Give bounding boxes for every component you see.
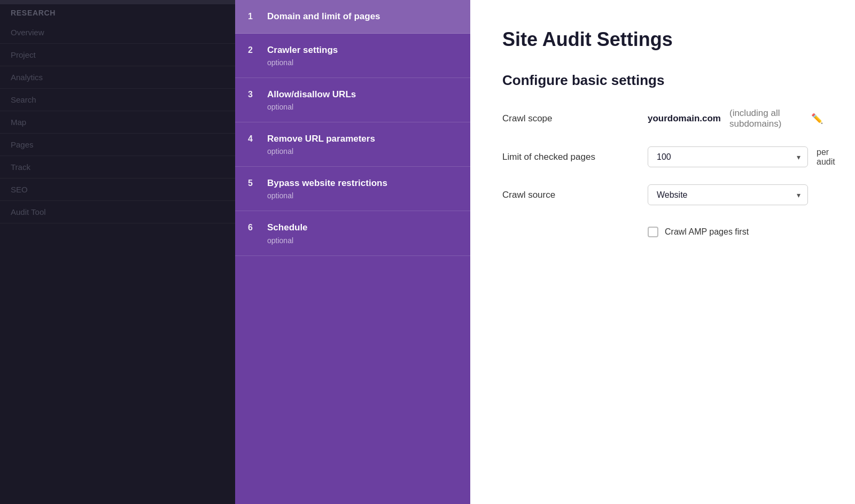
edit-domain-icon[interactable]: ✏️: [811, 113, 823, 125]
bg-track: Track: [0, 156, 235, 179]
bg-project: Project: [0, 44, 235, 66]
crawl-source-row: Crawl source Website Sitemap Website and…: [502, 184, 823, 205]
sidebar-item-3[interactable]: 3 Allow/disallow URLs optional: [235, 78, 470, 122]
sidebar-item-1-number: 1: [248, 12, 259, 21]
sidebar-item-6[interactable]: 6 Schedule optional: [235, 211, 470, 255]
bg-search: Search: [0, 89, 235, 111]
limit-pages-label: Limit of checked pages: [502, 152, 631, 162]
sidebar-item-2-title: Crawler settings: [267, 44, 338, 56]
crawl-amp-row: Crawl AMP pages first: [502, 222, 823, 237]
sidebar: 1 Domain and limit of pages 2 Crawler se…: [235, 0, 470, 504]
bg-map: Map: [0, 111, 235, 134]
sidebar-item-4-number: 4: [248, 134, 259, 144]
sidebar-item-3-subtitle: optional: [267, 103, 356, 111]
bg-research-label: RESEARCH: [0, 4, 235, 21]
bg-overview: Overview: [0, 21, 235, 44]
sidebar-item-6-subtitle: optional: [267, 236, 308, 245]
sidebar-item-2-subtitle: optional: [267, 58, 338, 67]
sidebar-item-4-content: Remove URL parameters optional: [267, 133, 375, 156]
limit-pages-select-wrapper: 100 200 500 1000 5000 10000 20000 50000 …: [648, 146, 808, 167]
sidebar-item-2[interactable]: 2 Crawler settings optional: [235, 34, 470, 78]
sidebar-item-2-number: 2: [248, 45, 259, 55]
crawl-scope-label: Crawl scope: [502, 113, 631, 124]
sidebar-item-5-title: Bypass website restrictions: [267, 177, 387, 189]
domain-value: yourdomain.com: [648, 113, 721, 124]
limit-pages-value: 100 200 500 1000 5000 10000 20000 50000 …: [648, 146, 835, 167]
background-panel: RESEARCH Overview Project Analytics Sear…: [0, 0, 235, 504]
section-title: Configure basic settings: [502, 72, 823, 89]
main-content: Site Audit Settings Configure basic sett…: [470, 0, 855, 504]
crawl-scope-value: yourdomain.com (including all subdomains…: [648, 108, 823, 129]
sidebar-item-3-number: 3: [248, 90, 259, 99]
sidebar-item-4-subtitle: optional: [267, 147, 375, 156]
page-title: Site Audit Settings: [502, 28, 823, 51]
sidebar-item-3-title: Allow/disallow URLs: [267, 89, 356, 100]
sidebar-item-5-number: 5: [248, 179, 259, 188]
crawl-source-select[interactable]: Website Sitemap Website and Sitemap: [648, 184, 808, 205]
bg-audit: Audit Tool: [0, 201, 235, 223]
sidebar-item-5-subtitle: optional: [267, 191, 387, 200]
bg-pages: Pages: [0, 134, 235, 156]
sidebar-item-4-title: Remove URL parameters: [267, 133, 375, 145]
sidebar-item-1-title: Domain and limit of pages: [267, 11, 380, 22]
crawl-amp-checkbox-row: Crawl AMP pages first: [648, 227, 749, 237]
crawl-scope-row: Crawl scope yourdomain.com (including al…: [502, 108, 823, 129]
sidebar-item-4[interactable]: 4 Remove URL parameters optional: [235, 122, 470, 167]
modal-panel: 1 Domain and limit of pages 2 Crawler se…: [235, 0, 855, 504]
crawl-amp-checkbox[interactable]: [648, 227, 658, 237]
sidebar-item-3-content: Allow/disallow URLs optional: [267, 89, 356, 111]
limit-pages-row: Limit of checked pages 100 200 500 1000 …: [502, 146, 823, 167]
domain-subdomain-note: (including all subdomains): [729, 108, 803, 129]
limit-pages-select[interactable]: 100 200 500 1000 5000 10000 20000 50000 …: [648, 146, 808, 167]
crawl-source-value: Website Sitemap Website and Sitemap ▾: [648, 184, 808, 205]
sidebar-item-5[interactable]: 5 Bypass website restrictions optional: [235, 167, 470, 211]
sidebar-item-6-content: Schedule optional: [267, 222, 308, 244]
crawl-source-select-wrapper: Website Sitemap Website and Sitemap ▾: [648, 184, 808, 205]
bg-analytics: Analytics: [0, 66, 235, 89]
sidebar-item-1[interactable]: 1 Domain and limit of pages: [235, 0, 470, 34]
per-audit-label: per audit: [817, 148, 835, 167]
sidebar-item-2-content: Crawler settings optional: [267, 44, 338, 67]
sidebar-item-6-title: Schedule: [267, 222, 308, 234]
sidebar-item-6-number: 6: [248, 223, 259, 232]
bg-seo: SEO: [0, 179, 235, 201]
crawl-amp-label[interactable]: Crawl AMP pages first: [665, 227, 749, 237]
sidebar-item-1-content: Domain and limit of pages: [267, 11, 380, 22]
crawl-source-label: Crawl source: [502, 190, 631, 200]
sidebar-item-5-content: Bypass website restrictions optional: [267, 177, 387, 200]
